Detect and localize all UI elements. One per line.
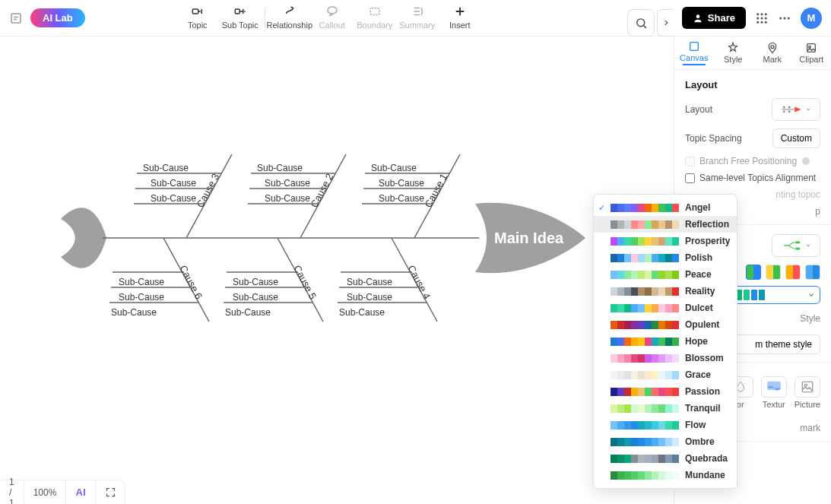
svg-rect-68 <box>690 43 698 51</box>
user-avatar[interactable]: M <box>801 8 822 29</box>
chevron-down-icon <box>805 106 811 113</box>
bg-picture-option[interactable]: Picture <box>795 376 820 409</box>
top-right-group: Share M <box>682 7 822 29</box>
theme-option-mundane[interactable]: Mundane <box>594 467 737 483</box>
svg-point-11 <box>765 17 767 19</box>
top-toolbar: AI Lab Topic Sub Topic Relationship Call… <box>0 0 831 36</box>
svg-text:Sub-Cause: Sub-Cause <box>347 277 392 287</box>
svg-point-9 <box>756 17 759 19</box>
share-button[interactable]: Share <box>682 7 746 29</box>
svg-rect-79 <box>796 248 801 250</box>
chevron-down-icon <box>805 242 811 249</box>
tool-relationship[interactable]: Relationship <box>268 5 311 30</box>
tool-summary[interactable]: Summary <box>396 5 439 30</box>
cause-4-branch: Cause 4 Sub-Cause Sub-Cause Sub-Cause <box>338 238 437 322</box>
layout-select[interactable] <box>772 98 820 121</box>
svg-text:Sub-Cause: Sub-Cause <box>233 292 278 303</box>
svg-text:Cause 5: Cause 5 <box>291 263 319 301</box>
zoom-indicator[interactable]: 100% <box>24 480 67 504</box>
svg-text:Sub-Cause: Sub-Cause <box>265 178 310 189</box>
same-level-checkbox[interactable] <box>685 173 695 183</box>
svg-rect-81 <box>802 382 813 392</box>
theme-option-passion[interactable]: Passion <box>594 383 737 400</box>
svg-text:Sub-Cause: Sub-Cause <box>257 163 303 173</box>
tab-style[interactable]: Style <box>714 36 753 69</box>
bg-texture-option[interactable]: Textur <box>761 376 787 409</box>
style-icon <box>727 42 739 54</box>
mark-icon <box>766 42 779 54</box>
texture-icon <box>766 381 782 393</box>
theme-option-blossom[interactable]: Blossom <box>594 350 737 366</box>
svg-point-77 <box>802 157 810 165</box>
svg-text:Sub-Cause: Sub-Cause <box>119 292 164 303</box>
mini-layout-4[interactable] <box>805 265 820 280</box>
theme-option-reflection[interactable]: Reflection <box>594 216 737 233</box>
theme-option-prosperity[interactable]: Prosperity <box>594 233 737 249</box>
cause-5-branch: Cause 5 Sub-Cause Sub-Cause Sub-Cause <box>224 238 323 322</box>
tool-topic[interactable]: Topic <box>176 5 219 30</box>
svg-text:Sub-Cause: Sub-Cause <box>151 193 196 204</box>
style-label: Style <box>800 313 820 324</box>
branch-free-checkbox[interactable] <box>685 157 695 166</box>
theme-option-quebrada[interactable]: Quebrada <box>594 450 737 467</box>
canvas-area[interactable]: Main Idea Cause 3 Sub-Cause Sub-Cause Su… <box>0 36 674 504</box>
apps-grid-icon[interactable] <box>755 11 769 25</box>
svg-rect-1 <box>192 9 198 14</box>
more-icon[interactable] <box>778 11 791 25</box>
ai-lab-badge[interactable]: AI Lab <box>30 8 85 27</box>
tool-insert[interactable]: Insert <box>439 5 481 30</box>
svg-text:Sub-Cause: Sub-Cause <box>265 193 310 204</box>
svg-point-71 <box>809 46 811 48</box>
spacing-label: Topic Spacing <box>685 133 742 144</box>
spacing-custom-button[interactable]: Custom <box>772 128 820 148</box>
tab-mark[interactable]: Mark <box>753 36 792 69</box>
tool-callout[interactable]: Callout <box>311 5 354 30</box>
same-level-checkbox-row[interactable]: Same-level Topics Alignment <box>685 173 820 183</box>
layout-label: Layout <box>685 104 712 115</box>
svg-point-75 <box>788 106 791 109</box>
tool-subtopic[interactable]: Sub Topic <box>219 5 262 30</box>
branch-style-select[interactable] <box>772 234 820 257</box>
branch-free-checkbox-row[interactable]: Branch Free Positioning <box>685 156 820 166</box>
svg-text:Sub-Cause: Sub-Cause <box>379 178 424 189</box>
theme-option-hope[interactable]: Hope <box>594 333 737 350</box>
search-button[interactable] <box>627 9 655 36</box>
mini-layout-3[interactable] <box>785 265 801 280</box>
ai-button[interactable]: AI <box>66 480 96 504</box>
theme-option-dulcet[interactable]: Dulcet <box>594 300 737 316</box>
fullscreen-button[interactable] <box>96 480 125 504</box>
canvas-icon <box>688 40 700 52</box>
theme-option-polish[interactable]: Polish <box>594 249 737 266</box>
theme-option-flow[interactable]: Flow <box>594 417 737 433</box>
svg-point-13 <box>761 21 763 23</box>
theme-option-opulent[interactable]: Opulent <box>594 316 737 333</box>
mini-layout-1[interactable] <box>746 265 761 280</box>
summary-icon <box>411 5 424 18</box>
tool-boundary[interactable]: Boundary <box>354 5 396 30</box>
svg-text:Sub-Cause: Sub-Cause <box>339 307 385 318</box>
theme-option-tranquil[interactable]: Tranquil <box>594 400 737 417</box>
theme-option-ombre[interactable]: Ombre <box>594 433 737 450</box>
theme-option-peace[interactable]: Peace <box>594 266 737 283</box>
theme-option-angel[interactable]: ✓Angel <box>594 199 737 216</box>
svg-point-6 <box>756 13 759 15</box>
fragment-p: p <box>815 206 820 217</box>
svg-point-8 <box>765 13 767 15</box>
collapse-panel-button[interactable] <box>657 9 674 36</box>
svg-point-67 <box>636 18 644 26</box>
topic-icon <box>191 5 205 18</box>
insert-icon <box>453 5 467 18</box>
tab-canvas[interactable]: Canvas <box>674 36 714 69</box>
svg-point-10 <box>761 17 763 19</box>
mini-layout-2[interactable] <box>766 265 781 280</box>
relationship-icon <box>283 5 297 18</box>
theme-option-grace[interactable]: Grace <box>594 366 737 383</box>
callout-icon <box>325 5 339 18</box>
page-indicator[interactable]: 1 / 1 <box>0 480 24 504</box>
theme-option-reality[interactable]: Reality <box>594 283 737 300</box>
svg-point-5 <box>696 14 700 18</box>
svg-point-74 <box>783 110 785 113</box>
svg-point-12 <box>756 21 759 23</box>
svg-point-69 <box>771 46 774 49</box>
tab-clipart[interactable]: Clipart <box>792 36 832 69</box>
